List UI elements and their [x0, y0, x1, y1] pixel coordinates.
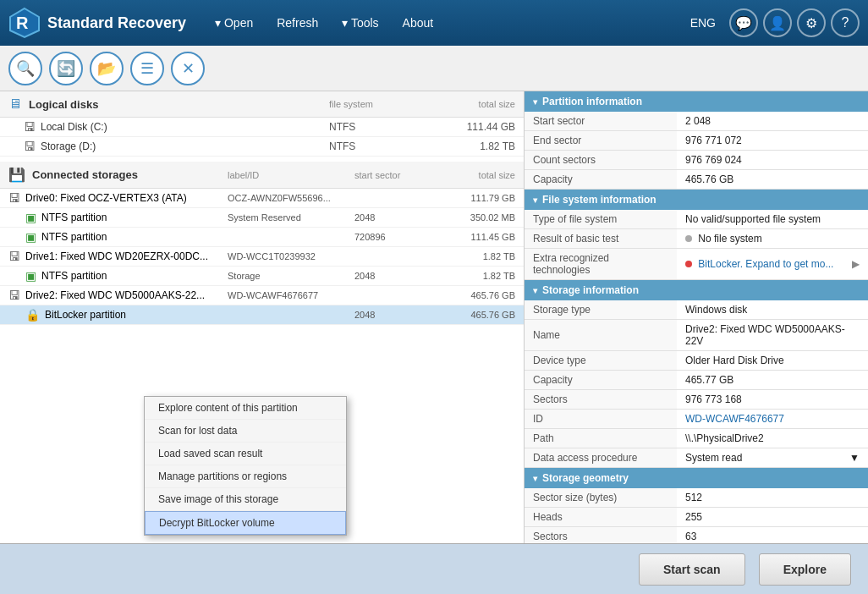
drive1-partition0[interactable]: ▣ NTFS partition Storage 2048 1.82 TB — [0, 267, 524, 286]
logical-disks-title: Logical disks — [29, 98, 98, 111]
header-icon-group: 💬 👤 ⚙ ? — [729, 8, 860, 37]
storage-id-label: ID — [525, 410, 677, 429]
drive0-part1-size: 111.45 GB — [439, 232, 515, 242]
expand-arrow-icon[interactable]: ▶ — [852, 258, 860, 270]
drive0-partition0[interactable]: ▣ NTFS partition System Reserved 2048 35… — [0, 208, 524, 228]
drive2-item[interactable]: 🖫 Drive2: Fixed WDC WD5000AAKS-22... WD-… — [0, 286, 524, 305]
fs-extra-tech-label: Extra recognized technologies — [525, 249, 677, 280]
explore-button[interactable]: Explore — [759, 553, 851, 586]
nav-about[interactable]: About — [391, 11, 446, 35]
filesystem-info-table: Type of file system No valid/supported f… — [525, 210, 868, 280]
scan-btn[interactable]: 🔄 — [49, 52, 83, 85]
storage-sectors-value: 976 773 168 — [677, 390, 868, 410]
geometry-heads-label: Heads — [525, 508, 677, 527]
ctx-load-scan[interactable]: Load saved scan result — [145, 443, 346, 465]
nav-refresh[interactable]: Refresh — [265, 11, 330, 35]
partition-count-sectors-row: Count sectors 976 769 024 — [525, 151, 868, 170]
logical-disks-header: 🖥 Logical disks file system total size — [0, 91, 524, 118]
partition-info-title: Partition information — [542, 96, 642, 107]
drive0-item[interactable]: 🖫 Drive0: Fixed OCZ-VERTEX3 (ATA) OCZ-AW… — [0, 189, 524, 208]
app-title: Standard Recovery — [47, 14, 186, 32]
geometry-sector-size-label: Sector size (bytes) — [525, 488, 677, 508]
open-image-btn[interactable]: 📂 — [90, 52, 124, 85]
right-panel: ▾ Partition information Start sector 2 0… — [525, 91, 868, 543]
list-btn[interactable]: ☰ — [130, 52, 164, 85]
nav-open[interactable]: ▾ Open — [203, 11, 265, 35]
bitlocker-dot — [685, 261, 692, 267]
ctx-save-image[interactable]: Save image of this storage — [145, 488, 346, 511]
bottom-bar: Start scan Explore — [0, 543, 868, 594]
partition-capacity-value: 465.76 GB — [677, 170, 868, 190]
partition-capacity-row: Capacity 465.76 GB — [525, 170, 868, 190]
disk-d-fs: NTFS — [329, 140, 431, 152]
drive1-name: Drive1: Fixed WDC WD20EZRX-00DC... — [25, 250, 228, 262]
disk-d-icon: 🖫 — [24, 140, 36, 153]
app-logo: R Standard Recovery — [8, 7, 186, 39]
geometry-sectors-value: 63 — [677, 527, 868, 544]
bitlocker-expand-link[interactable]: BitLocker. Expand to get mo... — [698, 258, 833, 270]
storage-path-value: \\.\PhysicalDrive2 — [677, 429, 868, 448]
geometry-sector-size-row: Sector size (bytes) 512 — [525, 488, 868, 508]
drive2-name: Drive2: Fixed WDC WD5000AAKS-22... — [25, 289, 228, 301]
partition-info-header[interactable]: ▾ Partition information — [525, 91, 868, 112]
ctx-scan-lost[interactable]: Scan for lost data — [145, 420, 346, 443]
search-btn[interactable]: 🔍 — [8, 52, 42, 85]
disk-d-size: 1.82 TB — [431, 140, 515, 152]
storage-info-title: Storage information — [542, 284, 639, 296]
fs-type-value: No valid/supported file system — [677, 210, 868, 229]
settings-icon-btn[interactable]: ⚙ — [797, 8, 826, 37]
help-icon-btn[interactable]: ? — [831, 8, 860, 37]
close-btn[interactable]: ✕ — [171, 52, 205, 85]
drive1-part0-label: Storage — [228, 271, 354, 281]
storage-info-table: Storage type Windows disk Name Drive2: F… — [525, 300, 868, 468]
drive0-partition1[interactable]: ▣ NTFS partition 720896 111.45 GB — [0, 228, 524, 247]
fs-basic-test-value: No file system — [677, 229, 868, 249]
storage-capacity-value: 465.77 GB — [677, 371, 868, 390]
storage-device-type-value: Older Hard Disk Drive — [677, 351, 868, 371]
geometry-heads-value: 255 — [677, 508, 868, 527]
storage-name-label: Name — [525, 320, 677, 351]
drive1-part0-size: 1.82 TB — [439, 271, 515, 281]
chat-icon-btn[interactable]: 💬 — [729, 8, 758, 37]
storage-access-row: Data access procedure System read ▼ — [525, 448, 868, 468]
disk-item-c[interactable]: 🖫 Local Disk (C:) NTFS 111.44 GB — [0, 118, 524, 137]
drive0-part0-size: 350.02 MB — [439, 212, 515, 223]
ctx-manage[interactable]: Manage partitions or regions — [145, 465, 346, 488]
storage-type-value: Windows disk — [677, 300, 868, 320]
storage-geometry-header[interactable]: ▾ Storage geometry — [525, 468, 868, 488]
connected-storages-header: 💾 Connected storages label/ID start sect… — [0, 162, 524, 189]
ctx-decrypt[interactable]: Decrypt BitLocker volume — [145, 511, 346, 535]
storage-id-link[interactable]: WD-WCAWF4676677 — [685, 413, 784, 425]
partition-start-sector-label: Start sector — [525, 112, 677, 131]
partition-end-sector-label: End sector — [525, 131, 677, 151]
nav-tools[interactable]: ▾ Tools — [330, 11, 390, 35]
fs-type-row: Type of file system No valid/supported f… — [525, 210, 868, 229]
ctx-explore[interactable]: Explore content of this partition — [145, 397, 346, 420]
drive0-part1-icon: ▣ — [25, 230, 36, 244]
drive2-part0-name: BitLocker partition — [45, 309, 228, 321]
logo-icon: R — [8, 7, 41, 39]
drive0-name: Drive0: Fixed OCZ-VERTEX3 (ATA) — [25, 192, 228, 204]
disk-item-d[interactable]: 🖫 Storage (D:) NTFS 1.82 TB — [0, 137, 524, 157]
filesystem-info-header[interactable]: ▾ File system information — [525, 190, 868, 210]
drive2-label: WD-WCAWF4676677 — [228, 290, 354, 300]
access-dropdown-icon[interactable]: ▼ — [849, 452, 860, 464]
connected-storages-title: Connected storages — [32, 168, 138, 181]
drive1-item[interactable]: 🖫 Drive1: Fixed WDC WD20EZRX-00DC... WD-… — [0, 247, 524, 267]
storage-sectors-label: Sectors — [525, 390, 677, 410]
drive2-partition0[interactable]: 🔒 BitLocker partition 2048 465.76 GB — [0, 305, 524, 325]
start-scan-button[interactable]: Start scan — [639, 553, 745, 586]
drive0-part1-sector: 720896 — [354, 232, 439, 242]
user-icon-btn[interactable]: 👤 — [763, 8, 792, 37]
partition-start-sector-row: Start sector 2 048 — [525, 112, 868, 131]
language-selector[interactable]: ENG — [677, 16, 729, 30]
storage-path-row: Path \\.\PhysicalDrive2 — [525, 429, 868, 448]
partition-count-sectors-value: 976 769 024 — [677, 151, 868, 170]
storage-info-toggle: ▾ — [533, 286, 537, 295]
main-nav: ▾ Open Refresh ▾ Tools About ENG 💬 👤 ⚙ ? — [203, 8, 860, 37]
storage-access-text: System read — [685, 452, 742, 464]
svg-text:R: R — [16, 14, 29, 32]
drive1-label: WD-WCC1T0239932 — [228, 251, 354, 261]
storage-info-header[interactable]: ▾ Storage information — [525, 280, 868, 300]
drive1-part0-sector: 2048 — [354, 271, 439, 281]
